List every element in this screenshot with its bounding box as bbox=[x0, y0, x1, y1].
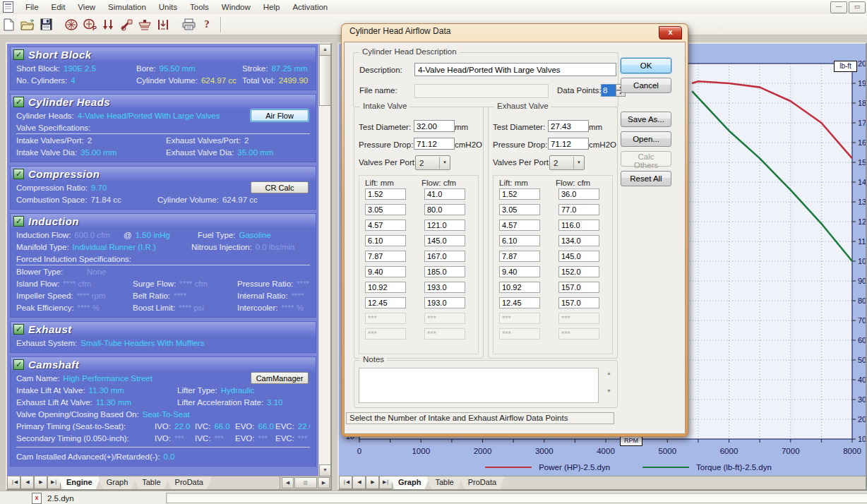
cancel-button[interactable]: Cancel bbox=[621, 78, 671, 93]
tab-prodata[interactable]: ProData bbox=[167, 476, 212, 489]
bolt-tool-icon[interactable] bbox=[118, 16, 135, 33]
scroll-down-icon[interactable]: ▼ bbox=[606, 388, 611, 393]
field-value[interactable]: Hydraulic bbox=[221, 386, 255, 395]
intake-flow-input[interactable] bbox=[424, 282, 465, 293]
exhaust-flow-input[interactable] bbox=[558, 266, 599, 277]
tab-table[interactable]: Table bbox=[133, 476, 169, 489]
scrollbar-thumb[interactable] bbox=[319, 55, 331, 106]
field-value[interactable]: Seat-To-Seat bbox=[143, 410, 190, 419]
open-button[interactable]: Open... bbox=[621, 131, 671, 147]
intake-lift-input[interactable] bbox=[365, 266, 406, 277]
tab-table[interactable]: Table bbox=[426, 476, 462, 489]
intake-flow-input[interactable] bbox=[424, 251, 465, 262]
menu-file[interactable]: File bbox=[19, 1, 45, 13]
field-value[interactable]: Individual Runner (I.R.) bbox=[73, 243, 156, 251]
induction-checkbox[interactable]: ✓ bbox=[13, 216, 24, 227]
exhaust-lift-input[interactable] bbox=[499, 188, 540, 200]
field-value[interactable]: Small-Tube Headers With Mufflers bbox=[80, 339, 204, 347]
intake-lift-input[interactable] bbox=[365, 297, 406, 308]
exhaust-flow-input[interactable] bbox=[558, 282, 599, 293]
exhaust-lift-input[interactable] bbox=[499, 282, 540, 293]
exhaust-lift-input[interactable] bbox=[499, 266, 540, 277]
prev-tab-button[interactable]: ◀ bbox=[20, 476, 34, 489]
intake-flow-input[interactable] bbox=[424, 188, 465, 200]
field-value[interactable]: 22.0 bbox=[174, 422, 190, 431]
scroll-up-icon[interactable]: ▲ bbox=[606, 371, 611, 376]
menu-simulation[interactable]: Simulation bbox=[102, 1, 153, 13]
intake-flow-input[interactable] bbox=[424, 266, 465, 277]
cam-manager-button[interactable]: CamManager bbox=[251, 372, 309, 384]
restore-button[interactable]: ▭ bbox=[849, 1, 866, 13]
field-value[interactable]: 35.00 mm bbox=[237, 148, 273, 157]
camshaft-checkbox[interactable]: ✓ bbox=[13, 359, 24, 370]
new-file-icon[interactable] bbox=[1, 16, 18, 33]
menu-edit[interactable]: Edit bbox=[45, 1, 72, 13]
intake-lift-input[interactable] bbox=[365, 282, 406, 293]
air-cleaner-icon[interactable] bbox=[136, 16, 153, 33]
exhaust-flow-input[interactable] bbox=[558, 297, 599, 308]
cr-calc-button[interactable]: CR Calc bbox=[251, 181, 309, 193]
intake-flow-input[interactable] bbox=[424, 297, 465, 308]
exhaust-flow-input[interactable] bbox=[558, 235, 599, 246]
scroll-right-icon[interactable]: ▶ bbox=[318, 477, 330, 488]
exhaust-flow-input[interactable] bbox=[558, 251, 599, 262]
first-tab-button[interactable]: ❘◀ bbox=[7, 476, 20, 489]
scroll-down-icon[interactable]: ▼ bbox=[319, 464, 331, 476]
field-value[interactable]: 22.0 bbox=[298, 422, 310, 431]
field-value[interactable]: High Performance Street bbox=[63, 374, 153, 383]
intake-lift-input[interactable] bbox=[365, 235, 406, 246]
description-input[interactable] bbox=[414, 63, 616, 76]
intake-lift-input[interactable] bbox=[365, 204, 406, 215]
valve-flow-icon[interactable] bbox=[100, 16, 116, 33]
exhaust-pressure-drop-input[interactable] bbox=[548, 138, 589, 150]
field-value[interactable]: Gasoline bbox=[239, 231, 271, 239]
menu-window[interactable]: Window bbox=[215, 1, 257, 13]
field-value[interactable]: 11.30 mm bbox=[96, 398, 131, 407]
engine-prodata-icon[interactable]: P bbox=[81, 16, 98, 33]
field-value[interactable]: 4-Valve Head/Ported With Large Valves bbox=[78, 112, 220, 120]
reset-all-button[interactable]: Reset All bbox=[621, 171, 671, 186]
minimize-button[interactable]: — bbox=[830, 1, 847, 13]
field-value[interactable]: 0.0 bbox=[164, 452, 175, 461]
intake-lift-input[interactable] bbox=[365, 251, 406, 262]
field-value[interactable]: 9.70 bbox=[91, 184, 107, 192]
field-value[interactable]: 35.00 mm bbox=[80, 148, 116, 157]
scroll-up-icon[interactable]: ▲ bbox=[319, 44, 331, 56]
print-icon[interactable] bbox=[180, 16, 197, 33]
menu-view[interactable]: View bbox=[71, 1, 102, 13]
menu-tools[interactable]: Tools bbox=[184, 1, 215, 13]
field-value[interactable]: 66.0 bbox=[214, 422, 229, 431]
first-tab-button[interactable]: ❘◀ bbox=[339, 476, 352, 489]
close-icon[interactable]: x bbox=[659, 26, 682, 40]
exhaust-lift-input[interactable] bbox=[499, 220, 540, 231]
compression-checkbox[interactable]: ✓ bbox=[13, 169, 24, 179]
field-value[interactable]: 11.30 mm bbox=[89, 386, 124, 395]
exhaust-flow-input[interactable] bbox=[558, 220, 599, 231]
scrollbar-grip-icon[interactable]: ▥ bbox=[294, 477, 317, 488]
exhaust-checkbox[interactable]: ✓ bbox=[13, 324, 24, 335]
intake-flow-input[interactable] bbox=[424, 235, 465, 246]
intake-lift-input[interactable] bbox=[365, 188, 406, 200]
data-points-input[interactable] bbox=[601, 84, 617, 97]
field-value[interactable]: 1.50 inHg bbox=[136, 231, 170, 239]
tab-prodata[interactable]: ProData bbox=[460, 476, 505, 489]
exhaust-lift-input[interactable] bbox=[499, 204, 540, 215]
engine-wizard-icon[interactable] bbox=[63, 16, 80, 33]
exhaust-lift-input[interactable] bbox=[499, 297, 540, 308]
short-block-checkbox[interactable]: ✓ bbox=[13, 49, 24, 60]
save-as-button[interactable]: Save As... bbox=[621, 112, 671, 127]
field-value[interactable]: 66.0 bbox=[258, 422, 273, 431]
intake-flow-input[interactable] bbox=[424, 204, 465, 215]
tab-engine[interactable]: Engine bbox=[58, 476, 101, 489]
open-file-icon[interactable] bbox=[19, 16, 36, 33]
dyn-file-icon[interactable]: x bbox=[32, 493, 42, 504]
intake-valves-per-port-dropdown[interactable]: 2 ▼ bbox=[415, 155, 450, 170]
exhaust-lift-input[interactable] bbox=[499, 235, 540, 246]
field-value[interactable]: 3.10 bbox=[267, 398, 282, 407]
menu-units[interactable]: Units bbox=[153, 1, 184, 13]
field-value[interactable]: 87.25 mm bbox=[271, 64, 307, 73]
iterate-test-icon[interactable] bbox=[155, 16, 172, 33]
cylinder-heads-checkbox[interactable]: ✓ bbox=[13, 97, 24, 107]
exhaust-flow-input[interactable] bbox=[558, 204, 599, 215]
intake-pressure-drop-input[interactable] bbox=[414, 138, 455, 150]
